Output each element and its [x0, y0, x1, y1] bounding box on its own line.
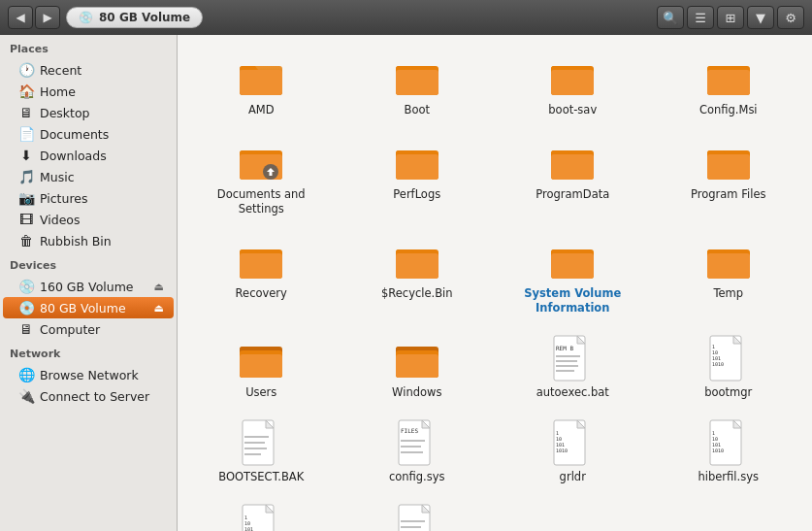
- file-item-recyclebin[interactable]: $Recycle.Bin: [341, 230, 494, 321]
- computer-icon: 🖥: [18, 321, 34, 337]
- file-name: AMD: [248, 103, 275, 117]
- svg-text:1010: 1010: [712, 448, 724, 453]
- svg-rect-21: [396, 253, 438, 279]
- grid-view-button[interactable]: ⊞: [717, 6, 744, 29]
- file-item-amd[interactable]: AMD: [185, 47, 338, 123]
- sidebar-item-label: Desktop: [40, 106, 90, 120]
- file-item-programfiles[interactable]: Program Files: [653, 131, 805, 222]
- file-item-temp[interactable]: Temp: [653, 230, 805, 321]
- browse-network-icon: 🌐: [18, 367, 34, 382]
- sidebar-item-connect-server[interactable]: 🔌 Connect to Server: [3, 385, 174, 407]
- devices-label: Devices: [0, 251, 177, 276]
- sidebar-item-label: Pictures: [40, 191, 88, 206]
- file-item-configmsi[interactable]: Config.Msi: [653, 47, 805, 123]
- svg-rect-17: [707, 154, 750, 180]
- svg-rect-31: [396, 354, 438, 378]
- file-item-configsys[interactable]: FILES config.sys: [341, 414, 494, 490]
- sidebar-item-label: Recent: [40, 63, 81, 78]
- file-name: BOOTSECT.BAK: [218, 470, 304, 484]
- sort-button[interactable]: ▼: [747, 6, 774, 29]
- sidebar-item-home[interactable]: 🏠 Home: [3, 81, 174, 102]
- file-name: boot-sav: [548, 103, 597, 117]
- sidebar-item-desktop[interactable]: 🖥 Desktop: [3, 102, 174, 123]
- file-item-pagefile[interactable]: 1 10 101 1010 pagefile.sys: [185, 498, 338, 531]
- svg-text:1010: 1010: [556, 448, 568, 453]
- sidebar-item-videos[interactable]: 🎞 Videos: [3, 209, 174, 230]
- svg-rect-15: [551, 154, 594, 180]
- file-item-grldr[interactable]: 1 10 101 1010 grldr: [497, 414, 649, 490]
- file-name: bootmgr: [704, 385, 752, 400]
- sidebar-item-label: Rubbish Bin: [40, 234, 112, 249]
- drive-icon: 💿: [79, 11, 93, 24]
- file-name: Program Files: [691, 187, 765, 202]
- file-item-programdata[interactable]: ProgramData: [497, 131, 649, 222]
- sidebar-item-downloads[interactable]: ⬇ Downloads: [3, 145, 174, 166]
- svg-text:FILES: FILES: [401, 427, 418, 434]
- music-icon: 🎵: [18, 169, 34, 184]
- back-button[interactable]: ◀: [8, 6, 33, 29]
- sidebar-item-label: 160 GB Volume: [40, 280, 134, 294]
- file-item-perflogs[interactable]: PerfLogs: [341, 131, 494, 222]
- window-title: 80 GB Volume: [99, 11, 190, 24]
- file-item-win7ldr[interactable]: win7ldr: [341, 498, 494, 531]
- file-item-users[interactable]: Users: [185, 329, 338, 406]
- file-grid: AMD Boot boot-sav: [185, 47, 804, 531]
- file-item-boot[interactable]: Boot: [341, 47, 494, 123]
- file-name: Users: [245, 385, 276, 400]
- sidebar-item-documents[interactable]: 📄 Documents: [3, 123, 174, 145]
- file-name: Documents and Settings: [212, 187, 309, 216]
- settings-button[interactable]: ⚙: [777, 6, 804, 29]
- svg-rect-2: [240, 70, 282, 95]
- file-item-docandsettings[interactable]: Documents and Settings: [185, 131, 338, 222]
- forward-button[interactable]: ▶: [35, 6, 60, 29]
- title-pill: 💿 80 GB Volume: [66, 7, 203, 28]
- file-item-recovery[interactable]: Recovery: [185, 230, 338, 321]
- file-name: PerfLogs: [393, 187, 440, 202]
- sidebar-item-music[interactable]: 🎵 Music: [3, 166, 174, 187]
- file-name: System Volume Information: [524, 286, 621, 315]
- file-name: Recovery: [236, 286, 287, 301]
- sidebar-item-computer[interactable]: 🖥 Computer: [3, 318, 174, 340]
- sidebar-item-label: Computer: [40, 322, 100, 337]
- list-view-button[interactable]: ☰: [687, 6, 714, 29]
- eject-icon-active[interactable]: ⏏: [154, 302, 164, 315]
- videos-icon: 🎞: [18, 212, 34, 227]
- sidebar-item-rubbish[interactable]: 🗑 Rubbish Bin: [3, 230, 174, 251]
- file-name: grldr: [560, 470, 586, 484]
- file-item-windows[interactable]: Windows: [341, 329, 494, 406]
- sidebar-item-recent[interactable]: 🕐 Recent: [3, 59, 174, 81]
- svg-rect-25: [707, 253, 750, 279]
- main-layout: Places 🕐 Recent 🏠 Home 🖥 Desktop 📄 Docum…: [0, 35, 812, 531]
- rubbish-icon: 🗑: [18, 233, 34, 249]
- network-label: Network: [0, 340, 177, 364]
- sidebar-item-pictures[interactable]: 📷 Pictures: [3, 187, 174, 209]
- sidebar-item-browse-network[interactable]: 🌐 Browse Network: [3, 364, 174, 385]
- file-name: autoexec.bat: [536, 385, 609, 400]
- file-item-hiberfil[interactable]: 1 10 101 1010 hiberfil.sys: [653, 414, 805, 490]
- sidebar-item-label: Documents: [40, 127, 109, 142]
- search-button[interactable]: 🔍: [657, 6, 684, 29]
- svg-text:1010: 1010: [712, 361, 724, 367]
- file-area: AMD Boot boot-sav: [178, 35, 812, 531]
- vol160-icon: 💿: [18, 279, 34, 294]
- svg-text:REM B: REM B: [556, 345, 573, 351]
- sidebar-item-vol80[interactable]: 💿 80 GB Volume ⏏: [3, 297, 174, 318]
- file-name: $Recycle.Bin: [381, 286, 453, 301]
- recent-icon: 🕐: [18, 62, 34, 78]
- file-item-autoexec[interactable]: REM B autoexec.bat: [497, 329, 649, 406]
- file-name: ProgramData: [536, 187, 609, 202]
- eject-icon[interactable]: ⏏: [154, 281, 164, 293]
- sidebar-item-label: Downloads: [40, 149, 107, 163]
- sidebar-item-vol160[interactable]: 💿 160 GB Volume ⏏: [3, 276, 174, 297]
- sidebar-item-label: Music: [40, 170, 75, 184]
- sidebar: Places 🕐 Recent 🏠 Home 🖥 Desktop 📄 Docum…: [0, 35, 178, 531]
- svg-rect-6: [551, 70, 594, 95]
- file-name: Windows: [392, 385, 441, 400]
- file-name: Config.Msi: [699, 103, 758, 117]
- file-item-systemvolume[interactable]: System Volume Information: [497, 230, 649, 321]
- file-item-bootsav[interactable]: boot-sav: [497, 47, 649, 123]
- svg-rect-23: [551, 253, 594, 279]
- file-item-bootmgr[interactable]: 1 10 101 1010 bootmgr: [653, 329, 805, 406]
- svg-rect-8: [707, 70, 750, 95]
- file-item-bootsect[interactable]: BOOTSECT.BAK: [185, 414, 338, 490]
